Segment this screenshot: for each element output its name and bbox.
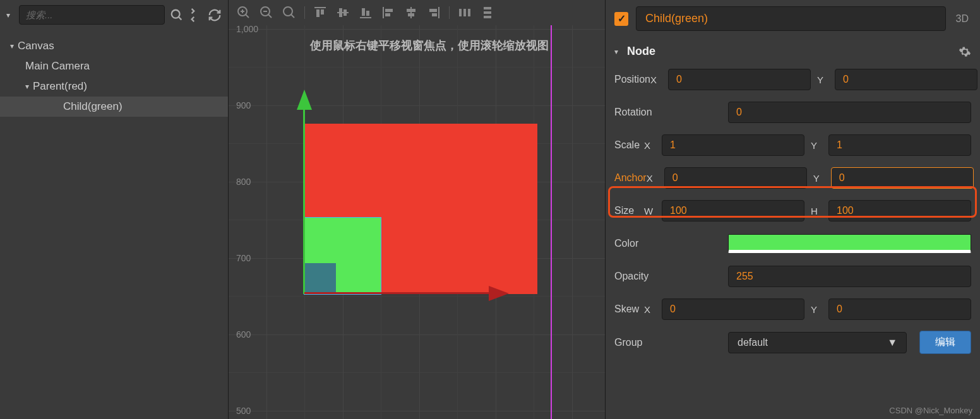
svg-rect-28: [432, 13, 437, 16]
tree-item-child[interactable]: Child(green): [0, 97, 228, 117]
svg-rect-30: [463, 9, 466, 16]
prop-label: Opacity: [614, 271, 728, 282]
opacity-input[interactable]: [728, 266, 971, 287]
prop-label: Position: [614, 74, 650, 85]
ruler-tick: 500: [236, 406, 251, 416]
node-name-input[interactable]: [636, 6, 946, 31]
skew-x-input[interactable]: [662, 298, 804, 320]
svg-rect-18: [362, 8, 365, 16]
prop-size: Size W H: [614, 199, 971, 222]
x-label: X: [644, 140, 655, 151]
zoom-fit-icon[interactable]: [282, 5, 297, 20]
prop-opacity: Opacity: [614, 265, 971, 288]
prop-skew: Skew X Y: [614, 298, 971, 321]
prop-label: Anchor: [614, 172, 647, 184]
position-x-input[interactable]: [668, 69, 811, 90]
scene-panel: 使用鼠标右键平移视窗焦点，使用滚轮缩放视图 1,000 900 800 700 …: [229, 0, 605, 419]
node-active-checkbox[interactable]: ✓: [614, 12, 628, 26]
watermark: CSDN @Nick_Monkey: [889, 406, 972, 415]
gizmo-y-arrow-icon[interactable]: [297, 90, 312, 110]
tree-item-label: Canvas: [18, 40, 54, 52]
expand-caret-icon[interactable]: ▾: [25, 82, 33, 91]
inspector-header: ✓ 3D: [606, 0, 980, 37]
distribute-v-icon[interactable]: [480, 5, 495, 20]
svg-line-3: [246, 15, 249, 18]
align-left-icon[interactable]: [381, 5, 396, 20]
prop-group: Group default ▼ 编辑: [614, 331, 971, 354]
scene-toolbar: [229, 0, 605, 25]
zoom-out-icon[interactable]: [259, 5, 274, 20]
tree-item-label: Child(green): [63, 100, 122, 113]
gear-icon[interactable]: [959, 45, 971, 58]
ruler-tick: 700: [236, 253, 251, 263]
prop-label: Skew: [614, 304, 644, 315]
position-y-input[interactable]: [835, 69, 977, 90]
search-icon[interactable]: [170, 8, 184, 22]
svg-rect-29: [459, 9, 462, 16]
section-title: Node: [627, 45, 953, 58]
prop-label: Scale: [614, 139, 644, 151]
anchor-x-input[interactable]: [664, 167, 807, 189]
prop-rotation: Rotation: [614, 101, 971, 124]
canvas-area[interactable]: 使用鼠标右键平移视窗焦点，使用滚轮缩放视图 1,000 900 800 700 …: [229, 25, 605, 419]
node-section-header[interactable]: ▾ Node: [606, 37, 980, 66]
align-hcenter-icon[interactable]: [403, 5, 419, 20]
scale-x-input[interactable]: [662, 134, 804, 156]
svg-rect-17: [360, 17, 371, 18]
prop-position: Position X Y: [614, 68, 971, 91]
svg-rect-16: [344, 9, 347, 16]
toolbar-divider: [304, 6, 305, 19]
group-value: default: [738, 337, 768, 348]
guide-line: [551, 25, 552, 419]
edit-group-button[interactable]: 编辑: [919, 331, 971, 354]
svg-line-10: [291, 15, 294, 18]
group-select[interactable]: default ▼: [728, 332, 907, 353]
align-vcenter-icon[interactable]: [335, 5, 350, 20]
y-label: Y: [817, 74, 828, 85]
ruler-tick: 900: [236, 100, 251, 110]
svg-rect-27: [429, 9, 437, 12]
svg-rect-14: [337, 12, 349, 13]
rotation-input[interactable]: [728, 102, 971, 123]
tree-item-parent[interactable]: ▾ Parent(red): [0, 76, 228, 97]
w-label: W: [644, 206, 655, 216]
x-label: X: [647, 173, 658, 184]
svg-rect-22: [385, 13, 390, 16]
hierarchy-toolbar: ▾: [0, 0, 228, 30]
svg-rect-11: [314, 7, 326, 8]
zoom-in-icon[interactable]: [236, 5, 251, 20]
svg-rect-31: [468, 9, 470, 16]
collapse-caret-icon[interactable]: ▾: [6, 11, 14, 20]
size-w-input[interactable]: [662, 200, 804, 221]
prop-scale: Scale X Y: [614, 134, 971, 156]
svg-rect-32: [484, 7, 491, 9]
color-swatch[interactable]: [728, 234, 971, 253]
svg-rect-20: [383, 7, 384, 18]
align-bottom-icon[interactable]: [358, 5, 373, 20]
size-h-input[interactable]: [828, 200, 971, 221]
scale-y-input[interactable]: [828, 134, 971, 156]
refresh-icon[interactable]: [208, 8, 222, 22]
svg-rect-34: [484, 16, 491, 18]
search-input[interactable]: [19, 5, 165, 25]
x-label: X: [650, 74, 662, 85]
tree-item-main-camera[interactable]: Main Camera: [0, 56, 228, 76]
collapse-all-icon[interactable]: [189, 8, 203, 22]
svg-point-9: [284, 7, 292, 16]
svg-rect-25: [408, 13, 414, 16]
skew-y-input[interactable]: [828, 298, 971, 320]
align-top-icon[interactable]: [313, 5, 328, 20]
align-right-icon[interactable]: [426, 5, 441, 20]
mode-3d-toggle[interactable]: 3D: [953, 13, 971, 25]
expand-caret-icon[interactable]: ▾: [10, 42, 18, 50]
anchor-y-input[interactable]: [831, 167, 974, 189]
distribute-h-icon[interactable]: [457, 5, 472, 20]
gizmo-y-axis[interactable]: [303, 107, 305, 294]
svg-rect-21: [385, 9, 393, 12]
prop-label: Size: [614, 205, 644, 216]
y-label: Y: [811, 304, 822, 315]
gizmo-x-axis[interactable]: [304, 292, 493, 294]
gizmo-x-arrow-icon[interactable]: [489, 286, 509, 301]
tree-item-canvas[interactable]: ▾ Canvas: [0, 36, 228, 56]
svg-line-1: [179, 16, 182, 20]
